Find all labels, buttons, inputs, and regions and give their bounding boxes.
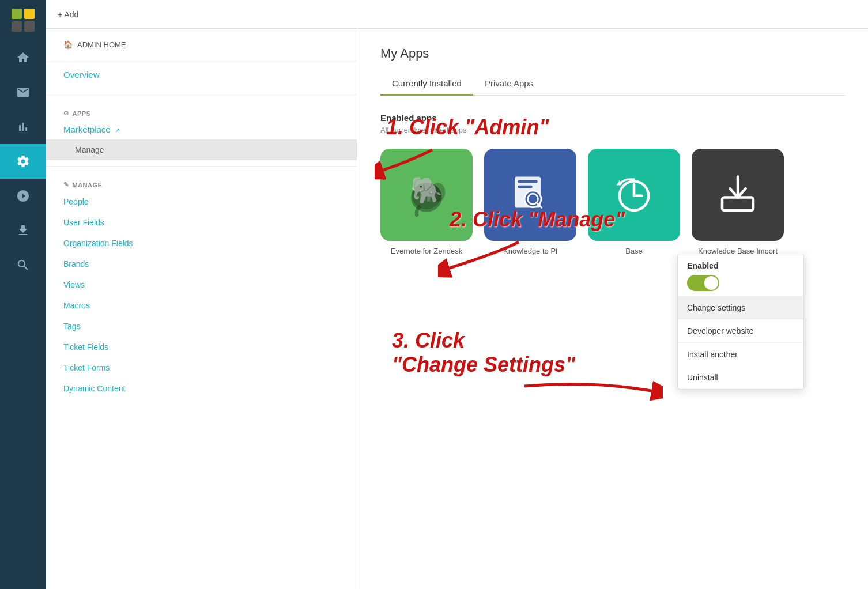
- add-button[interactable]: + Add: [58, 10, 78, 19]
- logo[interactable]: [6, 6, 40, 35]
- top-bar: + Add: [46, 0, 868, 29]
- svg-rect-11: [518, 180, 537, 183]
- sidebar-item-dynamic-content[interactable]: Dynamic Content: [46, 378, 357, 399]
- app-icon-evernote: 🐘: [380, 149, 473, 241]
- annotation-step3: 3. Click"Change Settings": [392, 329, 575, 377]
- svg-rect-12: [518, 186, 532, 188]
- svg-rect-2: [12, 21, 22, 32]
- svg-rect-0: [12, 9, 22, 19]
- sidebar-item-people[interactable]: People: [46, 191, 357, 212]
- external-link-icon: ↗: [115, 127, 120, 134]
- nav-home[interactable]: [0, 40, 46, 75]
- popup-header: Enabled: [678, 254, 803, 296]
- overview-link[interactable]: Overview: [63, 70, 100, 80]
- app-icon-kbimport: [692, 149, 784, 241]
- app-name-evernote: Evernote for Zendesk: [391, 247, 462, 255]
- main-content: My Apps Currently Installed Private Apps…: [357, 29, 868, 589]
- nav-updates[interactable]: [0, 179, 46, 213]
- manage-link[interactable]: Manage: [46, 139, 357, 160]
- nav-export[interactable]: [0, 213, 46, 248]
- nav-reporting[interactable]: [0, 110, 46, 144]
- toggle-knob: [704, 276, 718, 290]
- breadcrumb-text: ADMIN HOME: [77, 40, 126, 49]
- sidebar-item-organization-fields[interactable]: Organization Fields: [46, 233, 357, 254]
- sidebar-item-ticket-fields[interactable]: Ticket Fields: [46, 337, 357, 357]
- sidebar-item-brands[interactable]: Brands: [46, 254, 357, 274]
- nav-search[interactable]: [0, 248, 46, 282]
- popup-install-another[interactable]: Install another: [678, 343, 803, 366]
- tab-bar: Currently Installed Private Apps: [380, 73, 845, 96]
- home-icon: 🏠: [63, 40, 73, 49]
- app-name-knowledge: Knowledge to Pl: [503, 247, 557, 255]
- svg-rect-3: [24, 21, 35, 32]
- section-subtitle: All currently enabled apps: [380, 126, 845, 134]
- apps-section-header: ⊙ APPS: [46, 101, 357, 120]
- nav-bar: [0, 0, 46, 589]
- popup-developer-website[interactable]: Developer website: [678, 319, 803, 342]
- nav-tickets[interactable]: [0, 75, 46, 110]
- enabled-apps-section: Enabled apps All currently enabled apps: [380, 113, 845, 255]
- app-icon-base: [588, 149, 680, 241]
- popup-menu: Enabled Change settings Developer websit…: [677, 254, 804, 390]
- app-card-evernote[interactable]: 🐘 Evernote for Zendesk: [380, 149, 473, 255]
- nav-admin[interactable]: [0, 144, 46, 179]
- popup-enabled-label: Enabled: [687, 261, 794, 270]
- section-title: Enabled apps: [380, 113, 845, 123]
- manage-section-header: ✎ MANAGE: [46, 172, 357, 191]
- manage-section-icon: ✎: [63, 181, 69, 188]
- popup-uninstall[interactable]: Uninstall: [678, 366, 803, 389]
- toggle-container: [687, 275, 794, 291]
- sidebar-item-user-fields[interactable]: User Fields: [46, 212, 357, 233]
- tab-currently-installed[interactable]: Currently Installed: [380, 73, 473, 96]
- arrow-step3: [519, 369, 663, 415]
- enabled-toggle[interactable]: [687, 275, 719, 291]
- app-card-knowledge[interactable]: Knowledge to Pl: [484, 149, 576, 255]
- svg-rect-18: [722, 198, 753, 211]
- main-wrapper: + Add 🏠 ADMIN HOME Overview ⊙ APPS Marke…: [46, 0, 868, 589]
- app-name-base: Base: [625, 247, 643, 255]
- breadcrumb: 🏠 ADMIN HOME: [46, 29, 357, 61]
- sidebar-item-tags[interactable]: Tags: [46, 316, 357, 337]
- apps-section-icon: ⊙: [63, 110, 69, 117]
- apps-grid: 🐘 Evernote for Zendesk: [380, 149, 845, 255]
- svg-text:🐘: 🐘: [410, 175, 443, 206]
- sidebar: 🏠 ADMIN HOME Overview ⊙ APPS Marketplace…: [46, 29, 357, 589]
- page-title: My Apps: [380, 46, 845, 61]
- app-card-base[interactable]: Base: [588, 149, 680, 255]
- sidebar-item-ticket-forms[interactable]: Ticket Forms: [46, 357, 357, 378]
- svg-rect-1: [24, 9, 35, 19]
- sidebar-item-macros[interactable]: Macros: [46, 295, 357, 316]
- marketplace-link[interactable]: Marketplace ↗: [63, 124, 120, 134]
- app-card-kbimport[interactable]: Knowledge Base Import: [692, 149, 784, 255]
- tab-private-apps[interactable]: Private Apps: [473, 73, 545, 96]
- app-icon-knowledge: [484, 149, 576, 241]
- content-area: 🏠 ADMIN HOME Overview ⊙ APPS Marketplace…: [46, 29, 868, 589]
- popup-change-settings[interactable]: Change settings: [678, 296, 803, 319]
- sidebar-item-views[interactable]: Views: [46, 274, 357, 295]
